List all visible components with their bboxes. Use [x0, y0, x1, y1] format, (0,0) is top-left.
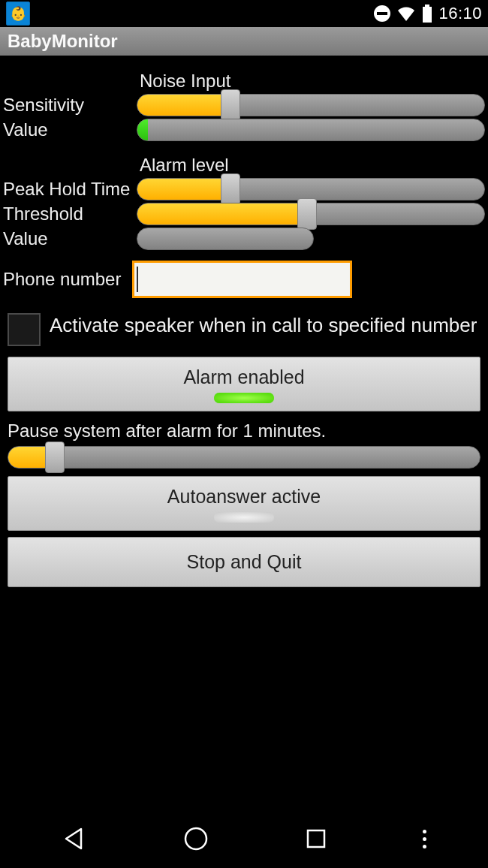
- sensitivity-slider[interactable]: [137, 94, 485, 116]
- alarm-level-heading: Alarm level: [140, 155, 485, 176]
- autoanswer-indicator-icon: [214, 512, 274, 523]
- svg-point-2: [185, 828, 206, 849]
- phone-number-input[interactable]: [132, 261, 352, 298]
- threshold-slider[interactable]: [137, 203, 485, 225]
- app-title-bar: BabyMonitor: [0, 27, 488, 56]
- app-title: BabyMonitor: [8, 31, 118, 52]
- alarm-enabled-indicator-icon: [214, 393, 274, 403]
- alarm-value-bar: [137, 228, 485, 250]
- noise-value-bar: [137, 119, 485, 141]
- peak-hold-slider[interactable]: [137, 178, 485, 200]
- home-button[interactable]: [182, 825, 209, 852]
- status-bar: 👶 16:10: [0, 0, 488, 27]
- threshold-label: Threshold: [3, 203, 137, 225]
- alarm-value-label: Value: [3, 228, 137, 249]
- noise-value-label: Value: [3, 119, 137, 140]
- stop-quit-label: Stop and Quit: [187, 551, 302, 572]
- wifi-icon: [396, 6, 416, 21]
- alarm-enabled-label: Alarm enabled: [183, 366, 304, 387]
- overflow-menu-button[interactable]: [423, 830, 426, 848]
- recent-apps-button[interactable]: [305, 827, 327, 850]
- navigation-bar: [0, 809, 488, 868]
- noise-input-heading: Noise Input: [140, 71, 485, 92]
- autoanswer-label: Autoanswer active: [167, 486, 321, 507]
- do-not-disturb-icon: [374, 5, 390, 22]
- activate-speaker-label: Activate speaker when in call to specifi…: [50, 313, 477, 338]
- svg-rect-1: [423, 7, 432, 23]
- pause-slider[interactable]: [8, 446, 480, 469]
- peak-hold-label: Peak Hold Time: [3, 179, 137, 200]
- status-clock: 16:10: [438, 4, 482, 23]
- text-cursor-icon: [137, 267, 138, 292]
- activate-speaker-checkbox[interactable]: [8, 313, 41, 346]
- back-button[interactable]: [62, 826, 87, 851]
- pause-label: Pause system after alarm for 1 minutes.: [8, 420, 480, 442]
- phone-number-label: Phone number: [3, 269, 132, 290]
- stop-quit-button[interactable]: Stop and Quit: [8, 537, 480, 587]
- alarm-enabled-button[interactable]: Alarm enabled: [8, 357, 480, 411]
- svg-rect-0: [425, 5, 429, 7]
- svg-rect-3: [308, 830, 324, 847]
- app-notification-icon: 👶: [6, 2, 30, 26]
- sensitivity-label: Sensitivity: [3, 95, 137, 116]
- battery-icon: [422, 5, 432, 23]
- autoanswer-button[interactable]: Autoanswer active: [8, 476, 480, 531]
